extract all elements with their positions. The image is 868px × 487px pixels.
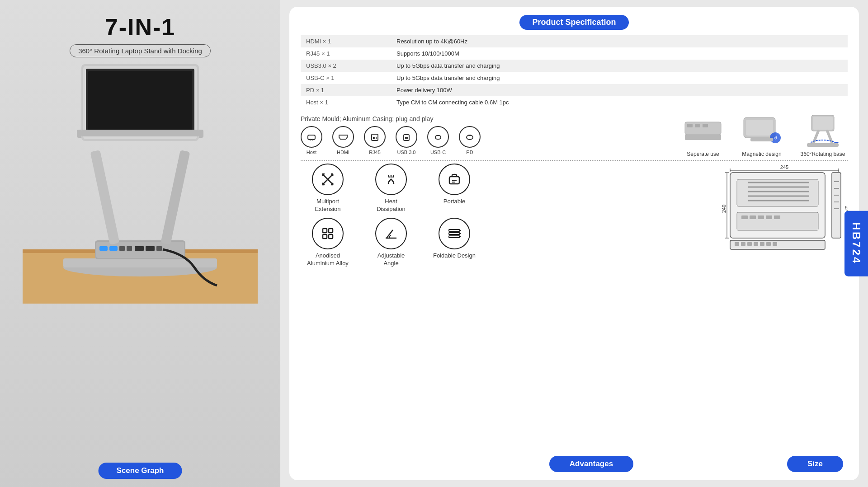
desc-cell: Power delivery 100W [391, 84, 848, 96]
svg-rect-103 [735, 242, 739, 246]
svg-rect-6 [99, 246, 108, 251]
svg-rect-109 [773, 242, 777, 246]
usb3-icon [396, 126, 417, 148]
multiport-label: MultiportExtension [315, 198, 340, 213]
svg-rect-79 [737, 179, 818, 206]
svg-rect-49 [813, 117, 833, 130]
heat-label: HeatDissipation [377, 198, 406, 213]
adv-row-1: MultiportExtension [301, 164, 714, 213]
magnetic-design-img: ↺ [735, 113, 789, 149]
right-panel: Product Specification HDMI × 1Resolution… [280, 0, 868, 487]
svg-rect-8 [119, 246, 125, 251]
adv-angle: AdjustableAngle [364, 218, 418, 267]
svg-line-57 [388, 175, 389, 178]
port-cell: HDMI × 1 [301, 35, 391, 47]
svg-rect-107 [760, 242, 764, 246]
desc-cell: Resolution up to 4K@60Hz [391, 35, 848, 47]
magnetic-design-item: ↺ Magnetic design [735, 113, 789, 157]
dotted-divider [301, 160, 848, 161]
laptop-stand-svg [23, 60, 258, 304]
advantages-left: MultiportExtension [301, 164, 714, 267]
svg-rect-88 [758, 215, 764, 219]
adv-foldable: Foldable Design [427, 218, 481, 267]
port-cell: USB3.0 × 2 [301, 60, 391, 72]
separate-use-item: Seperate use [680, 113, 726, 157]
product-images-row: Seperate use ↺ Magnetic design [680, 113, 848, 157]
pd-label: PD [466, 150, 473, 155]
angle-icon [375, 218, 407, 249]
foldable-label: Foldable Design [433, 252, 476, 260]
port-icons-row: Host HDMI RJ45 [301, 126, 671, 155]
port-usb3: USB 3.0 [396, 126, 417, 155]
svg-rect-90 [774, 215, 780, 219]
port-cell: Host × 1 [301, 96, 391, 108]
svg-rect-70 [449, 236, 460, 238]
svg-rect-9 [127, 246, 132, 251]
usbc-label: USB-C [430, 150, 446, 155]
svg-rect-85 [737, 212, 818, 230]
svg-rect-69 [449, 233, 460, 234]
svg-rect-89 [766, 215, 772, 219]
svg-rect-42 [703, 124, 708, 127]
port-hdmi: HDMI [332, 126, 354, 155]
host-icon [301, 126, 322, 148]
svg-rect-63 [329, 229, 333, 233]
table-row: USB-C × 1Up to 5Gbps data transfer and c… [301, 72, 848, 84]
product-image [23, 60, 258, 304]
svg-rect-11 [146, 246, 155, 251]
usbc-icon [427, 126, 449, 148]
svg-rect-106 [754, 242, 758, 246]
svg-rect-7 [109, 246, 118, 251]
port-rj45: RJ45 [364, 126, 386, 155]
table-row: RJ45 × 1Supports 10/100/1000M [301, 47, 848, 60]
port-cell: RJ45 × 1 [301, 47, 391, 60]
table-row: PD × 1Power delivery 100W [301, 84, 848, 96]
table-row: Host × 1Type CM to CM connecting cable 0… [301, 96, 848, 108]
svg-rect-24 [88, 71, 192, 134]
svg-rect-44 [746, 120, 773, 136]
svg-rect-39 [685, 135, 721, 140]
svg-rect-31 [374, 137, 375, 139]
svg-rect-68 [449, 229, 460, 231]
svg-rect-62 [323, 229, 327, 233]
desc-cell: Up to 5Gbps data transfer and charging [391, 72, 848, 84]
desc-cell: Type CM to CM connecting cable 0.6M 1pc [391, 96, 848, 108]
svg-rect-27 [310, 139, 311, 140]
pd-icon [459, 126, 481, 148]
svg-rect-95 [832, 173, 841, 238]
rotating-base-label: 360°Rotating base [801, 151, 845, 157]
hdmi-icon [332, 126, 354, 148]
svg-rect-53 [807, 143, 839, 147]
adv-heat: HeatDissipation [364, 164, 418, 213]
svg-rect-104 [741, 242, 745, 246]
size-label: Size [787, 456, 843, 472]
product-subtitle: 360° Rotating Laptop Stand with Docking [70, 44, 211, 57]
svg-rect-12 [156, 246, 162, 251]
svg-text:240: 240 [721, 205, 726, 213]
size-diagram-svg: 245 [721, 164, 848, 254]
separate-use-label: Seperate use [687, 151, 719, 157]
svg-rect-10 [135, 246, 144, 251]
desc-cell: Up to 5Gbps data transfer and charging [391, 60, 848, 72]
hdmi-label: HDMI [337, 150, 349, 155]
heat-icon [375, 164, 407, 195]
adv-row-2: AnodisedAluminium Alloy AdjustableAngle [301, 218, 714, 267]
aluminium-icon [312, 218, 344, 249]
features-row: Private Mould; Aluminum Casing; plug and… [301, 113, 848, 157]
svg-rect-64 [323, 234, 327, 239]
size-diagram: 245 [721, 164, 848, 254]
table-row: USB3.0 × 2Up to 5Gbps data transfer and … [301, 60, 848, 72]
portable-label: Portable [443, 198, 465, 206]
port-host: Host [301, 126, 322, 155]
table-row: HDMI × 1Resolution up to 4K@60Hz [301, 35, 848, 47]
svg-rect-40 [687, 124, 693, 127]
product-title: 7-IN-1 [105, 14, 175, 41]
svg-rect-26 [308, 135, 315, 140]
svg-line-58 [393, 175, 394, 178]
usb3-label: USB 3.0 [397, 150, 416, 155]
svg-rect-37 [468, 135, 471, 136]
bottom-labels: Advantages Size [301, 456, 848, 472]
side-tab: HB724 [844, 211, 868, 276]
aluminium-label: AnodisedAluminium Alloy [307, 252, 349, 267]
scene-label: Scene Graph [99, 463, 182, 479]
